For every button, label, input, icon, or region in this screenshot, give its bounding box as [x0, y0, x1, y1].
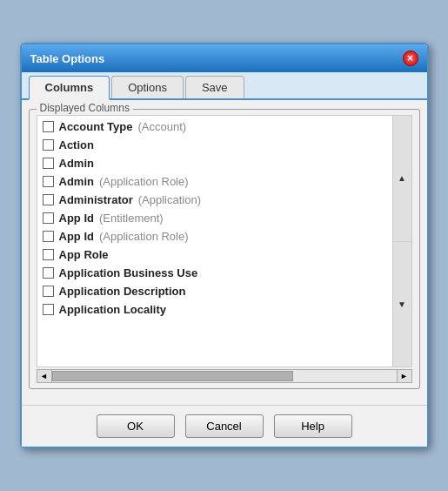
- horiz-left-arrow[interactable]: ◄: [37, 369, 52, 383]
- list-item[interactable]: Application Description: [37, 282, 392, 300]
- column-label: Application Description: [59, 285, 186, 298]
- displayed-columns-fieldset: Displayed Columns Account Type (Account)…: [29, 109, 420, 389]
- list-item[interactable]: App Id (Application Role): [37, 227, 392, 246]
- column-checkbox[interactable]: [43, 194, 54, 205]
- table-options-dialog: Table Options × Columns Options Save Dis…: [20, 43, 429, 448]
- horizontal-scrollbar: ◄ ►: [37, 369, 412, 383]
- title-bar: Table Options ×: [22, 44, 427, 72]
- list-item[interactable]: Application Business Use: [37, 264, 392, 282]
- column-sublabel: (Application): [138, 193, 201, 206]
- list-item[interactable]: Application Locality: [37, 300, 392, 319]
- column-label: Action: [59, 138, 94, 151]
- scroll-arrows: ▲ ▼: [393, 115, 412, 367]
- column-label: App Role: [59, 248, 109, 261]
- column-checkbox[interactable]: [43, 249, 54, 260]
- horiz-track[interactable]: [52, 369, 397, 383]
- column-label: App Id: [59, 230, 94, 243]
- column-sublabel: (Application Role): [99, 175, 189, 188]
- column-label: Admin: [59, 157, 94, 170]
- column-checkbox[interactable]: [43, 212, 54, 224]
- tabs-bar: Columns Options Save: [22, 72, 427, 100]
- horiz-thumb: [52, 371, 293, 381]
- list-item[interactable]: Administrator (Application): [37, 191, 392, 209]
- scroll-down-arrow[interactable]: ▼: [393, 242, 411, 367]
- tab-save[interactable]: Save: [185, 76, 244, 98]
- tab-options[interactable]: Options: [111, 76, 184, 98]
- column-label: App Id: [59, 212, 94, 225]
- list-item[interactable]: App Id (Entitlement): [37, 209, 392, 227]
- column-label: Application Locality: [59, 303, 167, 316]
- columns-list[interactable]: Account Type (Account)ActionAdminAdmin (…: [37, 115, 393, 367]
- scroll-up-arrow[interactable]: ▲: [393, 116, 411, 242]
- columns-container: Account Type (Account)ActionAdminAdmin (…: [37, 115, 412, 367]
- column-checkbox[interactable]: [43, 267, 54, 279]
- column-checkbox[interactable]: [43, 231, 54, 242]
- dialog-title: Table Options: [30, 52, 105, 65]
- column-checkbox[interactable]: [43, 139, 54, 151]
- column-checkbox[interactable]: [43, 304, 54, 315]
- ok-button[interactable]: OK: [97, 414, 175, 438]
- column-checkbox[interactable]: [43, 121, 54, 132]
- help-button[interactable]: Help: [274, 414, 352, 438]
- column-checkbox[interactable]: [43, 286, 54, 297]
- column-label: Application Business Use: [59, 266, 198, 279]
- close-button[interactable]: ×: [403, 50, 418, 66]
- fieldset-legend: Displayed Columns: [37, 102, 133, 114]
- column-label: Admin: [59, 175, 94, 188]
- footer: OK Cancel Help: [22, 405, 427, 447]
- cancel-button[interactable]: Cancel: [185, 414, 264, 438]
- column-checkbox[interactable]: [43, 176, 54, 187]
- list-item[interactable]: App Role: [37, 246, 392, 264]
- list-item[interactable]: Admin: [37, 154, 392, 172]
- horiz-right-arrow[interactable]: ►: [397, 369, 412, 383]
- content-area: Displayed Columns Account Type (Account)…: [22, 100, 427, 405]
- column-label: Administrator: [59, 193, 133, 206]
- column-sublabel: (Entitlement): [99, 212, 164, 225]
- tab-columns[interactable]: Columns: [29, 76, 110, 100]
- column-checkbox[interactable]: [43, 158, 54, 169]
- list-item[interactable]: Account Type (Account): [37, 118, 392, 136]
- list-item[interactable]: Admin (Application Role): [37, 172, 392, 191]
- column-label: Account Type: [59, 120, 133, 133]
- list-item[interactable]: Action: [37, 136, 392, 154]
- column-sublabel: (Account): [138, 120, 187, 133]
- column-sublabel: (Application Role): [99, 230, 189, 243]
